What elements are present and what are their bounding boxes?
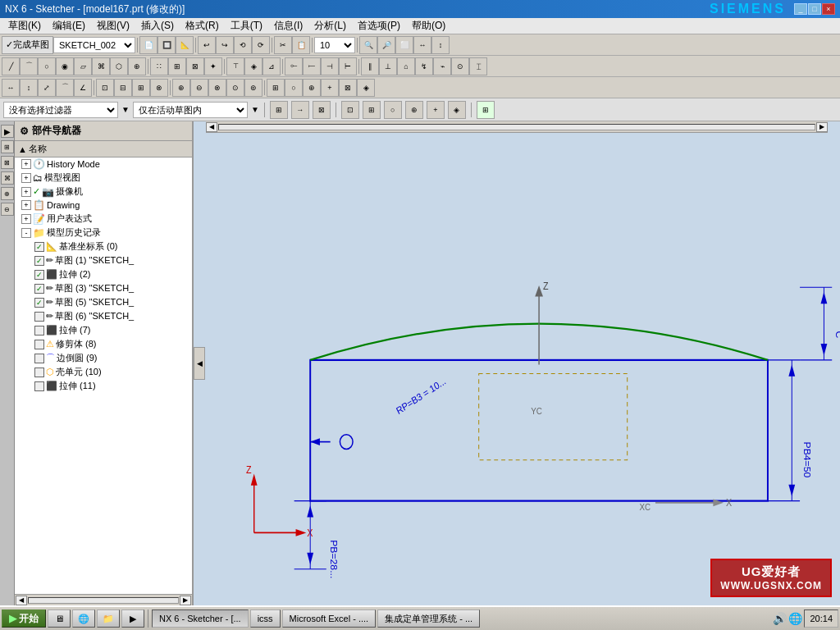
taskbar-quick-btn-4[interactable]: ▶ (121, 609, 144, 628)
menu-item-tools[interactable]: 工具(T) (226, 17, 267, 34)
checkbox-extrude11[interactable] (34, 381, 44, 391)
filter-btn-8[interactable]: + (427, 101, 445, 119)
tb-view-4[interactable]: + (321, 79, 339, 97)
tb-draw-3[interactable]: ○ (38, 57, 56, 75)
tb-dim-1[interactable]: ↔ (2, 79, 20, 97)
menu-item-sketch[interactable]: 草图(K) (3, 17, 46, 34)
checkbox-sketch3[interactable]: ✓ (34, 284, 44, 294)
tree-item-model-views[interactable]: + 🗂 模型视图 (15, 171, 192, 185)
filter-btn-5[interactable]: ⊞ (363, 101, 381, 119)
tree-item-edge9[interactable]: ⌒ 边倒圆 (9) (15, 351, 192, 365)
tb-btn-14[interactable]: ↕ (431, 36, 450, 54)
tb-dim-7[interactable]: ⊟ (114, 79, 132, 97)
expand-icon-camera[interactable]: + (21, 187, 31, 197)
tb-dim-5[interactable]: ∠ (74, 79, 92, 97)
filter-btn-9[interactable]: ◈ (448, 101, 466, 119)
tb-btn-7[interactable]: ⟳ (252, 36, 270, 54)
tb-draw-1[interactable]: ╱ (2, 57, 20, 75)
scale-dropdown[interactable]: 10 (314, 37, 355, 53)
taskbar-quick-btn-1[interactable]: 🖥 (48, 609, 71, 628)
menu-item-help[interactable]: 帮助(O) (407, 17, 450, 34)
tb-constrain-1[interactable]: ∥ (361, 57, 379, 75)
tb-dim-3[interactable]: ⤢ (38, 79, 56, 97)
filter-btn-3[interactable]: ⊠ (313, 101, 331, 119)
tb-draw-16[interactable]: ⟜ (285, 57, 303, 75)
hscroll-top[interactable]: ◀ ▶ (206, 121, 828, 133)
tb-view-1[interactable]: ⊞ (267, 79, 285, 97)
taskbar-task-system[interactable]: 集成定单管理系统 - ... (377, 609, 480, 628)
tb-draw-18[interactable]: ⊣ (321, 57, 339, 75)
tree-item-sketch1[interactable]: ✓ ✏ 草图 (1) "SKETCH_ (15, 253, 192, 267)
tb-edit-2[interactable]: ⊖ (190, 79, 208, 97)
filter-btn-2[interactable]: → (291, 101, 309, 119)
tb-constrain-4[interactable]: ↯ (415, 57, 433, 75)
tb-dim-4[interactable]: ⌒ (56, 79, 74, 97)
expand-icon-modelhistory[interactable]: - (21, 228, 31, 238)
tb-btn-5[interactable]: ↪ (216, 36, 234, 54)
start-button[interactable]: ▶ 开始 (2, 609, 46, 628)
tb-edit-1[interactable]: ⊕ (172, 79, 190, 97)
tb-draw-2[interactable]: ⌒ (20, 57, 38, 75)
maximize-button[interactable]: □ (808, 3, 821, 15)
checkbox-shell10[interactable] (34, 368, 44, 377)
tb-draw-8[interactable]: ⊕ (128, 57, 146, 75)
tb-btn-3[interactable]: 📐 (176, 36, 194, 54)
expand-icon-drawing[interactable]: + (21, 200, 31, 210)
filter-dropdown-2[interactable]: 仅在活动草图内 (133, 102, 248, 118)
tb-draw-12[interactable]: ✦ (204, 57, 222, 75)
sketch-dropdown[interactable]: SKETCH_002 (53, 37, 135, 53)
hscroll-track[interactable] (218, 124, 815, 130)
tb-draw-11[interactable]: ⊠ (186, 57, 204, 75)
tb-draw-14[interactable]: ◈ (244, 57, 262, 75)
checkbox-datum[interactable]: ✓ (34, 242, 44, 252)
checkbox-sketch1[interactable]: ✓ (34, 256, 44, 266)
side-icon-5[interactable]: ⊕ (1, 187, 14, 200)
checkbox-extrude7[interactable] (34, 326, 44, 336)
tree-item-history[interactable]: + 🕐 History Mode (15, 158, 192, 171)
expand-icon-modelviews[interactable]: + (21, 173, 31, 183)
filter-dropdown-1[interactable]: 没有选择过滤器 (3, 102, 118, 118)
tb-draw-17[interactable]: ⟝ (303, 57, 321, 75)
tb-constrain-3[interactable]: ⌂ (397, 57, 415, 75)
expand-icon-history[interactable]: + (21, 159, 31, 169)
tree-item-extrude1[interactable]: ✓ ⬛ 拉伸 (2) (15, 267, 192, 281)
tb-draw-9[interactable]: ∷ (150, 57, 168, 75)
tb-draw-4[interactable]: ◉ (56, 57, 74, 75)
tb-btn-2[interactable]: 🔲 (158, 36, 176, 54)
tb-btn-8[interactable]: ✂ (274, 36, 292, 54)
tb-view-3[interactable]: ⊕ (303, 79, 321, 97)
tb-dim-6[interactable]: ⊡ (96, 79, 114, 97)
tb-draw-13[interactable]: ⊤ (226, 57, 244, 75)
tb-btn-6[interactable]: ⟲ (234, 36, 252, 54)
checkbox-sketch6[interactable] (34, 312, 44, 322)
tree-item-drawing[interactable]: + 📋 Drawing (15, 199, 192, 212)
menu-item-format[interactable]: 格式(R) (180, 17, 224, 34)
hscroll-right-btn[interactable]: ▶ (816, 122, 828, 132)
panel-scrollbar[interactable]: ◀ ▶ (15, 594, 192, 605)
tb-draw-15[interactable]: ⊿ (262, 57, 281, 75)
tb-constrain-2[interactable]: ⊥ (379, 57, 397, 75)
tb-draw-19[interactable]: ⊢ (339, 57, 357, 75)
filter-btn-1[interactable]: ⊞ (270, 101, 288, 119)
tb-edit-4[interactable]: ⊙ (226, 79, 244, 97)
checkbox-fix8[interactable] (34, 340, 44, 349)
expand-icon-userexpr[interactable]: + (21, 214, 31, 224)
tb-draw-10[interactable]: ⊞ (168, 57, 186, 75)
side-icon-4[interactable]: ⌘ (1, 171, 14, 185)
minimize-button[interactable]: _ (794, 3, 807, 15)
panel-collapse-handle[interactable]: ◀ (194, 347, 205, 380)
tree-item-datum[interactable]: ✓ 📐 基准坐标系 (0) (15, 240, 192, 253)
close-button[interactable]: × (822, 3, 835, 15)
filter-btn-10[interactable]: ⊞ (477, 101, 495, 119)
tb-draw-6[interactable]: ⌘ (92, 57, 110, 75)
tb-dim-2[interactable]: ↕ (20, 79, 38, 97)
filter-btn-6[interactable]: ○ (384, 101, 402, 119)
tree-container[interactable]: + 🕐 History Mode + 🗂 模型视图 + ✓ 📷 摄像机 (15, 158, 192, 594)
side-icon-3[interactable]: ⊠ (1, 156, 14, 169)
tree-item-extrude7[interactable]: ⬛ 拉伸 (7) (15, 323, 192, 337)
taskbar-task-nx[interactable]: NX 6 - Sketcher - [... (152, 609, 249, 628)
tb-constrain-5[interactable]: ⌁ (433, 57, 451, 75)
tb-constrain-6[interactable]: ⊙ (451, 57, 469, 75)
tb-edit-5[interactable]: ⊚ (244, 79, 262, 97)
taskbar-quick-btn-2[interactable]: 🌐 (72, 609, 95, 628)
